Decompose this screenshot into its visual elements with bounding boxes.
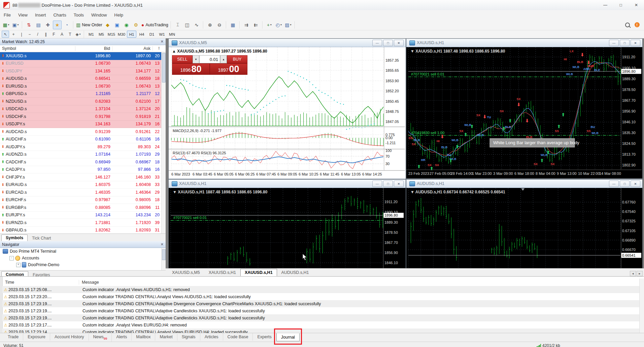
strategy-tester-button[interactable]: ◔ [62,21,71,29]
tab-tick-chart[interactable]: Tick Chart [28,235,56,241]
menu-file[interactable]: File [0,11,14,19]
timeframe-mn[interactable]: MN [167,31,177,38]
journal-row[interactable]: ⚠2023.03.15 17:23:17....Custom indicator… [2,321,639,328]
new-order-button[interactable]: ▥New Order [76,21,103,29]
menu-help[interactable]: Help [110,11,127,19]
tab-symbols[interactable]: Symbols [1,234,28,241]
tab-market[interactable]: Market [155,333,177,341]
market-watch-row-nzdusd.s[interactable]: ⬇NZDUSD.s0.620830.6210017 [0,98,166,105]
chart-close-button[interactable]: ✕ [631,181,640,187]
column-ask[interactable]: Ask [112,46,153,51]
navigator-item-dooprime-demo[interactable]: +DooPrime-Demo [0,261,166,268]
tab-code-base[interactable]: Code Base [223,333,253,341]
expert-advisors-button[interactable]: ▣ [113,21,122,29]
volume-up-button[interactable]: ▲ [220,55,227,63]
journal-row[interactable]: ⚠2023.03.15 17:23:19....Custom indicator… [2,307,639,314]
timeframe-m30[interactable]: M30 [117,31,126,38]
menu-view[interactable]: View [14,11,31,19]
journal-row[interactable]: ⚠2023.03.15 17:23:14....Custom indicator… [2,328,639,333]
market-watch-row-xauusd.s[interactable]: ⬇XAUUSD.s1896.801897.0020 [0,52,166,60]
line-chart-mode-button[interactable]: ∿ [192,21,201,29]
chart-close-button[interactable]: ✕ [631,40,640,46]
expand-icon[interactable]: + [16,263,21,267]
tab-exposure[interactable]: Exposure [23,333,50,341]
chart-minimize-button[interactable]: — [372,40,382,46]
periods-list-button[interactable]: ◴▾ [274,21,283,29]
metaeditor-button[interactable]: ◆ [103,21,112,29]
chart-body[interactable]: 0.677600.675400.673250.671050.668900.666… [406,188,642,268]
periods-list-dropdown-icon[interactable]: ▾ [280,23,282,26]
shapes-tool-dropdown-icon[interactable]: ▾ [79,33,81,36]
journal-row[interactable]: ⚠2023.03.15 17:23:20....Custom indicator… [2,293,639,300]
tab-signals[interactable]: Signals [177,333,200,341]
volume-field[interactable]: 0.01 [199,55,220,63]
market-watch-row-eurusd.s[interactable]: ⬇EURUSD.s1.067301.0674313 [0,83,166,90]
scroll-left-icon[interactable]: ◄ [630,271,636,276]
data-window-toggle-button[interactable]: ▤ [34,21,43,29]
terminal-scrollbar[interactable] [639,279,644,333]
search-button[interactable] [623,21,632,29]
chart-window-xauusd-h1-top[interactable]: XAUUSD.s,H1 — □ ✕ 1911.201900.101889.301… [406,38,643,179]
journal-row[interactable]: ⚠2023.03.15 17:23:19....Custom indicator… [2,300,639,307]
chart-minimize-button[interactable]: — [609,181,619,187]
scripts-button[interactable]: ⚙ [132,21,140,29]
maximize-button[interactable]: □ [613,0,629,10]
tab-trade[interactable]: Trade [3,333,23,341]
chart-canvas-h1-plain[interactable]: 1911.201900.101889.301878.501867.701856.… [169,188,405,268]
chart-close-button[interactable]: ✕ [394,40,404,46]
market-watch-row-eurnzd.s[interactable]: ⬇EURNZD.s1.718811.7192039 [0,219,166,227]
chart-close-button[interactable]: ✕ [394,181,404,187]
market-watch-row-usdcad.s[interactable]: ⬇USDCAD.s1.371041.3712420 [0,105,166,113]
timeframe-m15[interactable]: M15 [107,31,116,38]
tab-mailbox[interactable]: Mailbox [132,333,155,341]
market-watch-close-icon[interactable]: ✕ [161,39,164,44]
text-tool-button[interactable]: A [58,31,66,38]
column-time[interactable]: Time [2,280,79,285]
timeframe-d1[interactable]: D1 [147,31,157,38]
chart-canvas-audusd[interactable]: 0.677600.675400.673250.671050.668900.666… [406,188,642,268]
market-watch-row-audusd.s[interactable]: ⬇AUDUSD.s0.665410.6655918 [0,75,166,83]
cursor-tool-button[interactable]: ↖ [2,31,9,38]
market-watch-row-eurchf.s[interactable]: ⬇EURCHF.s0.979870.9800518 [0,196,166,204]
navigator-toggle-button[interactable]: ✚ [43,21,52,29]
chart-restore-button[interactable]: □ [383,181,393,187]
text-label-tool-button[interactable]: T [66,31,74,38]
volume-down-button[interactable]: ▼ [193,55,199,63]
close-button[interactable]: ✕ [629,0,644,10]
bid-price-display[interactable]: 1896 80 [172,63,210,75]
timeframe-h1[interactable]: H1 [127,31,136,38]
timeframe-w1[interactable]: W1 [157,31,167,38]
autotrading-button[interactable]: ●AutoTrading [141,21,169,29]
market-watch-row-audnzd.s[interactable]: ⬆AUDNZD.s1.071641.0719329 [0,151,166,159]
column-bid[interactable]: Bid [75,46,112,51]
market-watch-row-usdjpy.s[interactable]: ⬇USDJPY.s134.163134.17916 [0,121,166,128]
community-button[interactable]: ! [633,21,641,29]
signals-button[interactable]: ◉ [122,21,131,29]
market-watch-row-gbpusd.s[interactable]: ⬆GBPUSD.s1.211651.2117712 [0,90,166,98]
market-watch-row-gbpaud.s[interactable]: ⬇GBPAUD.s1.820621.8209331 [0,227,166,234]
chart-canvas-h1-annotated[interactable]: 1911.201900.101889.301878.501867.701856.… [406,47,642,179]
menu-insert[interactable]: Insert [31,11,50,19]
chart-shift-button[interactable]: ⇇ [251,21,260,29]
timeframe-m5[interactable]: M5 [97,31,106,38]
chart-tab-3[interactable]: AUDUSD.s,H1 [277,269,313,276]
profiles-dropdown-icon[interactable]: ▾ [18,23,19,26]
chart-window-title-bar[interactable]: XAUUSD.s,M5 — □ ✕ [169,39,406,47]
terminal-toggle-button[interactable]: ★ [53,21,62,29]
chart-window-title-bar[interactable]: AUDUSD.s,H1 — □ ✕ [406,180,642,188]
column-spread[interactable]: ! [153,46,162,51]
tab-account-history[interactable]: Account History [50,333,89,341]
market-watch-row-cadchf.s[interactable]: ⬆CADCHF.s0.669490.6696718 [0,158,166,166]
menu-window[interactable]: Window [88,11,110,19]
minimize-button[interactable]: — [598,0,613,10]
chart-window-title-bar[interactable]: XAUUSD.s,H1 — □ ✕ [169,180,406,188]
journal-row[interactable]: ⚠2023.03.15 17:25:08....Custom indicator… [2,286,639,293]
trendline-tool-button[interactable]: / [34,31,41,38]
menu-tools[interactable]: Tools [70,11,88,19]
chart-body[interactable]: 1911.201900.101889.301878.501867.701856.… [406,47,642,179]
menu-charts[interactable]: Charts [49,11,70,19]
market-watch-row-chfjpy.s[interactable]: ⬇CHFJPY.s146.127146.16033 [0,174,166,181]
shapes-tool-button[interactable]: ◈▾ [74,31,82,38]
equidistant-channel-tool-button[interactable]: ∥ [42,31,49,38]
chart-restore-button[interactable]: □ [383,40,393,46]
